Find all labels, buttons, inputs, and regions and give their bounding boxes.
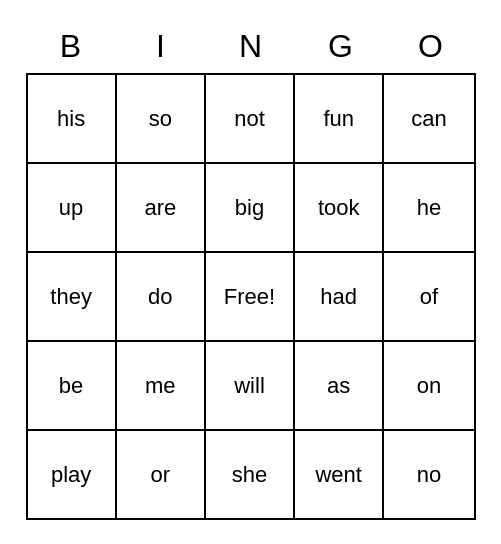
bingo-cell-r3-c0: be bbox=[28, 342, 117, 429]
bingo-cell-r2-c4: of bbox=[384, 253, 473, 340]
bingo-cell-r4-c0: play bbox=[28, 431, 117, 518]
header-letter-o: O bbox=[386, 24, 476, 69]
bingo-cell-r1-c1: are bbox=[117, 164, 206, 251]
bingo-card: BINGO hissonotfuncanuparebigtookhetheydo… bbox=[26, 24, 476, 520]
bingo-header: BINGO bbox=[26, 24, 476, 69]
header-letter-n: N bbox=[206, 24, 296, 69]
bingo-cell-r4-c4: no bbox=[384, 431, 473, 518]
bingo-cell-r1-c0: up bbox=[28, 164, 117, 251]
bingo-cell-r0-c3: fun bbox=[295, 75, 384, 162]
bingo-cell-r3-c1: me bbox=[117, 342, 206, 429]
bingo-cell-r3-c2: will bbox=[206, 342, 295, 429]
bingo-cell-r2-c0: they bbox=[28, 253, 117, 340]
header-letter-i: I bbox=[116, 24, 206, 69]
bingo-cell-r2-c1: do bbox=[117, 253, 206, 340]
bingo-cell-r0-c0: his bbox=[28, 75, 117, 162]
bingo-cell-r2-c3: had bbox=[295, 253, 384, 340]
header-letter-b: B bbox=[26, 24, 116, 69]
bingo-cell-r1-c4: he bbox=[384, 164, 473, 251]
bingo-cell-r4-c2: she bbox=[206, 431, 295, 518]
bingo-cell-r0-c2: not bbox=[206, 75, 295, 162]
bingo-cell-r2-c2: Free! bbox=[206, 253, 295, 340]
bingo-row-1: uparebigtookhe bbox=[28, 164, 474, 253]
bingo-cell-r0-c4: can bbox=[384, 75, 473, 162]
bingo-cell-r4-c1: or bbox=[117, 431, 206, 518]
bingo-row-2: theydoFree!hadof bbox=[28, 253, 474, 342]
bingo-grid: hissonotfuncanuparebigtookhetheydoFree!h… bbox=[26, 73, 476, 520]
bingo-cell-r3-c4: on bbox=[384, 342, 473, 429]
bingo-row-4: playorshewentno bbox=[28, 431, 474, 518]
bingo-cell-r3-c3: as bbox=[295, 342, 384, 429]
bingo-cell-r1-c2: big bbox=[206, 164, 295, 251]
header-letter-g: G bbox=[296, 24, 386, 69]
bingo-cell-r1-c3: took bbox=[295, 164, 384, 251]
bingo-row-0: hissonotfuncan bbox=[28, 75, 474, 164]
bingo-cell-r0-c1: so bbox=[117, 75, 206, 162]
bingo-row-3: bemewillason bbox=[28, 342, 474, 431]
bingo-cell-r4-c3: went bbox=[295, 431, 384, 518]
